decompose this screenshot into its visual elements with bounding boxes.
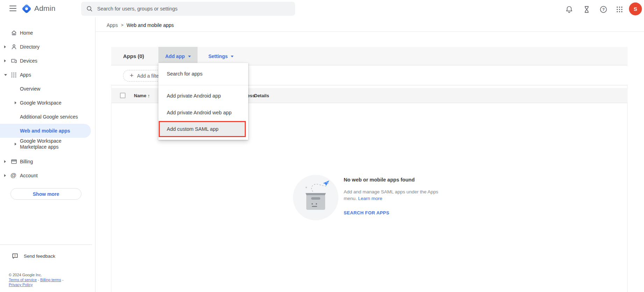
product-name: Admin xyxy=(34,4,56,13)
terms-of-service-link[interactable]: Terms of service xyxy=(9,278,37,282)
sidebar-item-label: Web and mobile apps xyxy=(20,128,70,134)
account-avatar[interactable]: S xyxy=(629,2,642,15)
sidebar-item-web-and-mobile-apps[interactable]: Web and mobile apps xyxy=(0,124,91,138)
chevron-down-icon xyxy=(231,56,234,57)
add-app-dropdown-menu: Search for apps Add private Android app … xyxy=(158,63,248,140)
expand-icon xyxy=(4,45,6,48)
google-apps-grid-icon[interactable] xyxy=(615,5,624,14)
menu-toggle-button[interactable] xyxy=(9,6,16,11)
billing-terms-link[interactable]: Billing terms xyxy=(40,278,61,282)
sidebar-item-label: Google Workspace Marketplace apps xyxy=(20,138,74,150)
google-admin-logo-icon xyxy=(22,4,31,14)
sidebar-divider xyxy=(95,17,95,292)
expand-icon xyxy=(4,59,6,62)
send-feedback-button[interactable]: ! Send feedback xyxy=(12,252,55,259)
column-header-name[interactable]: Name xyxy=(134,88,146,103)
sidebar-item-additional-google-services[interactable]: Additional Google services xyxy=(0,110,91,124)
sidebar-item-label: Directory xyxy=(20,44,40,50)
sidebar-item-apps[interactable]: Apps xyxy=(0,68,91,82)
menu-item-search-for-apps[interactable]: Search for apps xyxy=(158,63,248,85)
billing-card-icon xyxy=(10,158,20,165)
empty-state-title: No web or mobile apps found xyxy=(344,177,449,183)
chevron-down-icon xyxy=(188,56,191,57)
svg-text:?: ? xyxy=(602,7,604,12)
feedback-icon: ! xyxy=(12,252,19,259)
global-search[interactable] xyxy=(81,2,295,16)
breadcrumb-separator: > xyxy=(121,23,123,28)
search-input[interactable] xyxy=(97,6,290,12)
menu-item-add-custom-saml-app[interactable]: Add custom SAML app xyxy=(159,121,246,137)
sidebar-item-google-workspace[interactable]: Google Workspace xyxy=(0,96,91,110)
copyright-text: © 2024 Google Inc. xyxy=(9,272,74,277)
apps-grid-icon xyxy=(10,72,20,78)
learn-more-link[interactable]: Learn more xyxy=(358,196,382,201)
sidebar-item-label: Billing xyxy=(20,159,33,164)
plus-icon: + xyxy=(130,72,134,79)
devices-icon xyxy=(10,57,20,64)
expand-icon xyxy=(4,174,6,177)
svg-text:!: ! xyxy=(15,254,16,257)
person-icon xyxy=(10,43,20,50)
sidebar-item-label: Home xyxy=(20,30,33,36)
hourglass-tasks-icon[interactable] xyxy=(582,5,591,14)
breadcrumb-apps-link[interactable]: Apps xyxy=(107,22,118,28)
select-all-checkbox[interactable] xyxy=(120,93,126,98)
sidebar-item-label: Additional Google services xyxy=(20,114,78,120)
page-title: Apps (0) xyxy=(123,47,144,65)
help-icon[interactable]: ? xyxy=(599,5,608,14)
empty-state: No web or mobile apps found Add and mana… xyxy=(344,177,449,215)
column-header-details: Details xyxy=(254,88,269,103)
sidebar-item-billing[interactable]: Billing xyxy=(0,155,91,169)
header-divider xyxy=(95,31,644,32)
breadcrumb-current: Web and mobile apps xyxy=(127,22,174,28)
search-icon xyxy=(86,5,93,12)
sidebar-item-label: Devices xyxy=(20,58,37,64)
empty-state-illustration xyxy=(293,175,338,220)
notifications-bell-icon[interactable] xyxy=(565,5,573,14)
sort-ascending-icon[interactable]: ↑ xyxy=(148,88,150,103)
sidebar-item-label: Account xyxy=(20,173,38,178)
expand-icon xyxy=(15,101,16,104)
sidebar-item-label: Apps xyxy=(20,72,31,78)
sidebar-item-devices[interactable]: Devices xyxy=(0,54,91,68)
collapse-icon xyxy=(4,74,7,76)
add-filter-label: Add a filter xyxy=(137,73,160,79)
show-more-button[interactable]: Show more xyxy=(10,188,81,200)
sidebar-footer: © 2024 Google Inc. Terms of service - Bi… xyxy=(9,272,74,287)
breadcrumb: Apps > Web and mobile apps xyxy=(107,22,174,28)
sidebar-item-overview[interactable]: Overview xyxy=(0,82,91,96)
sidebar-item-home[interactable]: Home xyxy=(0,26,91,40)
search-for-apps-link[interactable]: SEARCH FOR APPS xyxy=(344,210,449,215)
privacy-policy-link[interactable]: Privacy Policy xyxy=(9,283,33,287)
expand-icon xyxy=(4,160,6,163)
menu-separator xyxy=(158,85,248,85)
home-icon xyxy=(10,29,20,36)
sidebar-footer-divider xyxy=(0,244,92,245)
sidebar-item-label: Google Workspace xyxy=(20,100,62,106)
menu-item-add-private-android-app[interactable]: Add private Android app xyxy=(158,87,248,104)
sidebar-item-account[interactable]: @ Account xyxy=(0,169,91,183)
sidebar-item-directory[interactable]: Directory xyxy=(0,40,91,54)
sidebar-item-gw-marketplace-apps[interactable]: Google Workspace Marketplace apps xyxy=(0,136,91,152)
sidebar-item-label: Overview xyxy=(20,86,40,92)
menu-item-add-private-android-web-app[interactable]: Add private Android web app xyxy=(158,104,248,121)
expand-icon xyxy=(15,143,16,145)
account-at-icon: @ xyxy=(10,172,20,179)
send-feedback-label: Send feedback xyxy=(24,254,55,259)
